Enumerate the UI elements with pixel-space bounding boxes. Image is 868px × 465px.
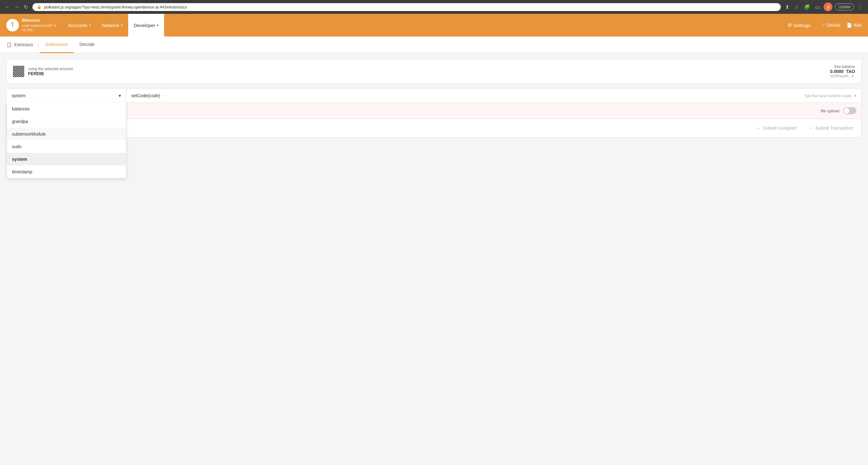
- browser-chrome: ← → ↻ 🔒 polkadot.js.org/apps/?rpc=wss://…: [0, 0, 868, 14]
- github-link[interactable]: ⑂ GitHub: [822, 23, 840, 28]
- file-upload-row: file upload: [7, 103, 861, 119]
- nav-item-developer[interactable]: Developer ▾: [128, 14, 164, 36]
- bookmark-icon[interactable]: ☆: [793, 3, 800, 11]
- balance-amount: 0.0000 TAO: [830, 69, 855, 74]
- call-name: setCode(code): [131, 93, 160, 98]
- brand-block: #6,283: [22, 28, 56, 32]
- tab-divider: [38, 40, 38, 49]
- settings-icon: ⚙: [788, 22, 792, 28]
- browser-nav-buttons: ← → ↻: [4, 3, 29, 11]
- dropdown-item-timestamp[interactable]: timestamp: [7, 165, 126, 178]
- call-hint: Set the new runtime code. ▾: [805, 94, 856, 98]
- brand-logo: T: [6, 19, 19, 31]
- file-upload-toggle[interactable]: [843, 107, 856, 114]
- wiki-icon: 📄: [846, 23, 852, 28]
- refresh-button[interactable]: ↻: [23, 3, 29, 11]
- submit-unsigned-icon: →: [755, 125, 761, 131]
- github-icon: ⑂: [822, 23, 825, 28]
- balance-label: free balance: [830, 65, 855, 69]
- brand-node: node-subtensor/107 ▾: [22, 23, 56, 28]
- main-content: using the selected account FERDIE free b…: [0, 53, 868, 465]
- call-select[interactable]: setCode(code) Set the new runtime code. …: [126, 89, 861, 103]
- brand: T Bittensor node-subtensor/107 ▾ #6,283: [6, 18, 56, 32]
- extrinsics-icon: 📋: [6, 42, 12, 47]
- dropdown-item-sudo[interactable]: sudo: [7, 140, 126, 153]
- tab-submission[interactable]: Submission: [40, 37, 74, 53]
- submit-transaction-button[interactable]: → Submit Transaction: [805, 123, 856, 133]
- dropdown-item-subtensormodule[interactable]: subtensorModule: [7, 128, 126, 140]
- extensions-icon[interactable]: 🧩: [803, 3, 811, 11]
- account-info: using the selected account FERDIE: [28, 67, 830, 76]
- dropdown-item-grandpa[interactable]: grandpa: [7, 115, 126, 128]
- nav-menu: Accounts ▾ Network ▾ Developer ▾: [62, 14, 164, 36]
- module-select-container: system ▾ balances grandpa subtensorModul…: [7, 89, 126, 103]
- extrinsic-form: system ▾ balances grandpa subtensorModul…: [6, 89, 862, 137]
- file-upload-label: file upload: [821, 108, 839, 113]
- account-avatar: [13, 66, 24, 77]
- url-text: polkadot.js.org/apps/?rpc=wss://entrypoi…: [44, 5, 187, 9]
- call-chevron-icon: ▾: [854, 94, 856, 98]
- toggle-knob: [844, 108, 849, 113]
- balance-address: 5CiPPseXP... ▾: [830, 74, 855, 78]
- extrinsics-label: 📋 Extrinsics: [6, 42, 33, 47]
- module-select[interactable]: system ▾: [7, 89, 126, 103]
- submit-transaction-icon: →: [808, 125, 813, 131]
- module-dropdown[interactable]: balances grandpa subtensorModule sudo sy…: [7, 103, 126, 178]
- tab-decode[interactable]: Decode: [74, 37, 100, 53]
- forward-button[interactable]: →: [13, 3, 21, 11]
- network-chevron-icon: ▾: [121, 24, 123, 27]
- developer-chevron-icon: ▾: [157, 24, 158, 27]
- dropdown-item-system[interactable]: system: [7, 153, 126, 165]
- menu-icon[interactable]: ⋮: [857, 3, 864, 11]
- download-icon[interactable]: ⬆: [784, 3, 790, 11]
- nav-item-settings[interactable]: ⚙ Settings: [782, 22, 816, 28]
- accounts-chevron-icon: ▾: [89, 24, 91, 27]
- address-bar[interactable]: 🔒 polkadot.js.org/apps/?rpc=wss://entryp…: [32, 3, 781, 11]
- nav-item-network[interactable]: Network ▾: [96, 14, 128, 36]
- account-using-label: using the selected account: [28, 67, 830, 71]
- address-chevron-icon[interactable]: ▾: [852, 74, 854, 78]
- dropdown-item-balances[interactable]: balances: [7, 103, 126, 115]
- brand-name: Bittensor: [22, 18, 56, 23]
- nav-item-accounts[interactable]: Accounts ▾: [62, 14, 96, 36]
- actions-row: → Submit Unsigned → Submit Transaction: [7, 119, 861, 137]
- browser-actions: ⬆ ☆ 🧩 ▭ J Update ⋮: [784, 2, 864, 11]
- account-balance: free balance 0.0000 TAO 5CiPPseXP... ▾: [830, 65, 855, 78]
- brand-text: Bittensor node-subtensor/107 ▾ #6,283: [22, 18, 56, 32]
- sidebar-icon[interactable]: ▭: [814, 3, 821, 11]
- update-button[interactable]: Update: [835, 3, 854, 10]
- submit-unsigned-button[interactable]: → Submit Unsigned: [752, 123, 800, 133]
- wiki-link[interactable]: 📄 Wiki: [846, 23, 862, 28]
- form-row-module-call: system ▾ balances grandpa subtensorModul…: [7, 89, 861, 103]
- account-name: FERDIE: [28, 71, 830, 76]
- navbar-right: ⚙ Settings ⑂ GitHub 📄 Wiki: [782, 22, 862, 28]
- account-section: using the selected account FERDIE free b…: [6, 59, 862, 84]
- back-button[interactable]: ←: [4, 3, 11, 11]
- app-navbar: T Bittensor node-subtensor/107 ▾ #6,283 …: [0, 14, 868, 36]
- profile-button[interactable]: J: [824, 2, 832, 11]
- module-chevron-icon: ▾: [119, 93, 121, 98]
- lock-icon: 🔒: [37, 5, 41, 9]
- sub-tabs: 📋 Extrinsics Submission Decode: [0, 36, 868, 53]
